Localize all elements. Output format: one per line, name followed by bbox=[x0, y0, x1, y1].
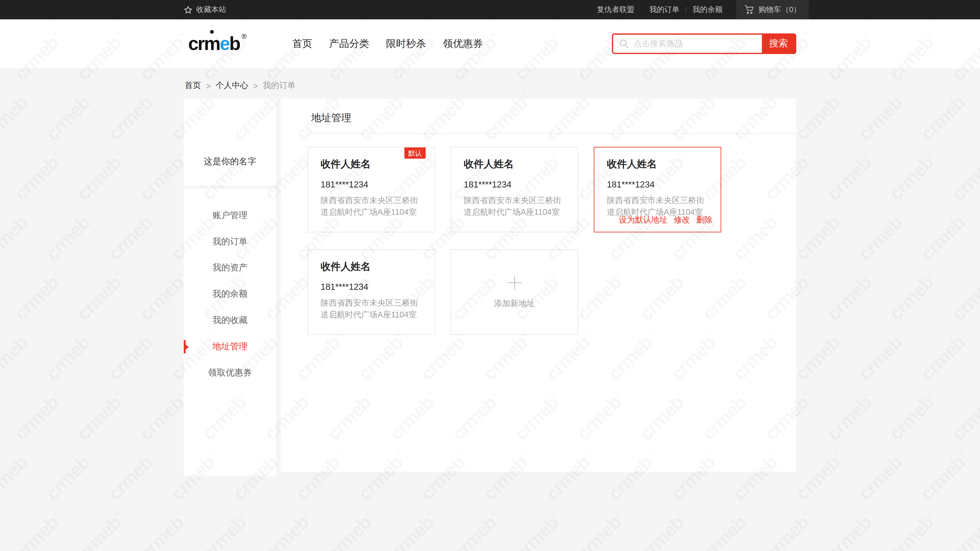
cart-icon bbox=[744, 5, 754, 14]
sidebar-item-account[interactable]: 账户管理 bbox=[184, 202, 276, 229]
recipient-name: 收件人姓名 bbox=[464, 158, 566, 171]
recipient-name: 收件人姓名 bbox=[321, 260, 423, 273]
recipient-name: 收件人姓名 bbox=[607, 158, 710, 171]
nav-item-categories[interactable]: 产品分类 bbox=[329, 37, 369, 50]
address-card-grid: 默认 收件人姓名 181****1234 陕西省西安市未央区三桥街道启航时代广场… bbox=[281, 134, 796, 352]
breadcrumb-current: 我的订单 bbox=[263, 80, 295, 91]
recipient-address: 陕西省西安市未央区三桥街道启航时代广场A座1104室 bbox=[321, 297, 423, 321]
username-link[interactable]: 复仇者联盟 bbox=[597, 4, 635, 15]
cart-button[interactable]: 购物车（0） bbox=[736, 0, 809, 19]
logo-text-b: b bbox=[229, 35, 240, 53]
cart-label: 购物车 bbox=[759, 4, 781, 15]
sidebar-item-label: 领取优惠券 bbox=[208, 367, 252, 379]
my-orders-link[interactable]: 我的订单 bbox=[649, 4, 679, 15]
recipient-phone: 181****1234 bbox=[321, 179, 423, 189]
sidebar-item-label: 账户管理 bbox=[213, 210, 248, 221]
sidebar-item-balance[interactable]: 我的余额 bbox=[184, 281, 276, 307]
plus-icon bbox=[507, 275, 522, 289]
topbar-divider bbox=[686, 6, 686, 13]
star-icon bbox=[184, 5, 192, 14]
cart-count: （0） bbox=[782, 4, 801, 15]
sidebar-item-assets[interactable]: 我的资产 bbox=[184, 255, 276, 281]
sidebar-menu: 账户管理 我的订单 我的资产 我的余额 我的收藏 地址管理 领取优惠券 bbox=[184, 189, 276, 476]
breadcrumb-home[interactable]: 首页 bbox=[185, 80, 201, 91]
recipient-phone: 181****1234 bbox=[321, 282, 423, 292]
profile-card: 这是你的名字 bbox=[184, 99, 276, 186]
favorite-site-link[interactable]: 收藏本站 bbox=[184, 4, 226, 15]
site-logo[interactable]: crmeb® bbox=[188, 35, 245, 53]
nav-item-coupons[interactable]: 领优惠券 bbox=[443, 37, 483, 50]
address-card-default[interactable]: 默认 收件人姓名 181****1234 陕西省西安市未央区三桥街道启航时代广场… bbox=[307, 147, 435, 233]
address-card[interactable]: 收件人姓名 181****1234 陕西省西安市未央区三桥街道启航时代广场A座1… bbox=[307, 249, 435, 335]
my-balance-link[interactable]: 我的余额 bbox=[692, 4, 722, 15]
address-actions: 设为默认地址 修改 删除 bbox=[619, 214, 712, 225]
favorite-site-label: 收藏本站 bbox=[196, 4, 226, 15]
main-nav: 首页 产品分类 限时秒杀 领优惠券 bbox=[292, 37, 483, 50]
breadcrumb: 首页 > 个人中心 > 我的订单 bbox=[183, 68, 797, 91]
recipient-address: 陕西省西安市未央区三桥街道启航时代广场A座1104室 bbox=[321, 194, 423, 218]
recipient-name: 收件人姓名 bbox=[321, 158, 423, 171]
top-bar: 收藏本站 复仇者联盟 我的订单 我的余额 购物车（0） bbox=[0, 0, 980, 19]
site-header: crmeb® 首页 产品分类 限时秒杀 领优惠券 搜索 bbox=[0, 19, 980, 68]
search-icon bbox=[619, 39, 629, 48]
sidebar-item-get-coupons[interactable]: 领取优惠券 bbox=[184, 360, 276, 386]
active-indicator bbox=[184, 340, 186, 353]
search-button[interactable]: 搜索 bbox=[762, 35, 795, 53]
profile-username: 这是你的名字 bbox=[204, 156, 256, 167]
logo-text-m: m bbox=[204, 35, 220, 53]
sidebar-item-label: 地址管理 bbox=[213, 341, 248, 352]
sidebar-item-label: 我的订单 bbox=[213, 236, 248, 248]
user-avatar-large bbox=[216, 118, 245, 146]
delete-link[interactable]: 删除 bbox=[696, 214, 713, 225]
default-badge: 默认 bbox=[404, 148, 425, 159]
sidebar-item-address[interactable]: 地址管理 bbox=[184, 333, 276, 360]
sidebar-item-favorites[interactable]: 我的收藏 bbox=[184, 307, 276, 333]
address-management-panel: 地址管理 默认 收件人姓名 181****1234 陕西省西安市未央区三桥街道启… bbox=[281, 99, 796, 472]
sidebar-item-label: 我的余额 bbox=[213, 289, 248, 300]
recipient-phone: 181****1234 bbox=[464, 179, 566, 189]
sidebar-item-label: 我的收藏 bbox=[213, 315, 248, 326]
add-address-card[interactable]: 添加新地址 bbox=[451, 249, 578, 335]
set-default-link[interactable]: 设为默认地址 bbox=[619, 214, 667, 225]
nav-item-home[interactable]: 首页 bbox=[292, 37, 312, 50]
edit-link[interactable]: 修改 bbox=[674, 214, 690, 225]
recipient-phone: 181****1234 bbox=[607, 179, 710, 189]
page: 收藏本站 复仇者联盟 我的订单 我的余额 购物车（0） bbox=[0, 0, 980, 551]
logo-text-cr: cr bbox=[188, 35, 204, 53]
recipient-address: 陕西省西安市未央区三桥街道启航时代广场A座1104室 bbox=[464, 194, 566, 218]
address-card-selected[interactable]: 收件人姓名 181****1234 陕西省西安市未央区三桥街道启航时代广场A座1… bbox=[594, 147, 721, 233]
address-card[interactable]: 收件人姓名 181****1234 陕西省西安市未央区三桥街道启航时代广场A座1… bbox=[451, 147, 578, 233]
breadcrumb-user-center[interactable]: 个人中心 bbox=[216, 80, 248, 91]
add-address-label: 添加新地址 bbox=[494, 298, 535, 309]
search-input[interactable] bbox=[629, 34, 762, 53]
user-avatar-small[interactable] bbox=[581, 4, 593, 15]
search-box: 搜索 bbox=[612, 33, 796, 54]
sidebar-item-label: 我的资产 bbox=[213, 262, 248, 274]
sidebar: 这是你的名字 账户管理 我的订单 我的资产 我的余额 我的收藏 地址管理 领取优… bbox=[184, 99, 276, 476]
sidebar-item-orders[interactable]: 我的订单 bbox=[184, 229, 276, 255]
content-area: 这是你的名字 账户管理 我的订单 我的资产 我的余额 我的收藏 地址管理 领取优… bbox=[184, 99, 796, 476]
page-title: 地址管理 bbox=[281, 99, 796, 125]
breadcrumb-separator: > bbox=[253, 81, 258, 90]
nav-item-seckill[interactable]: 限时秒杀 bbox=[386, 37, 426, 50]
logo-text-e: e bbox=[220, 35, 229, 53]
logo-registered-mark: ® bbox=[242, 33, 247, 40]
breadcrumb-separator: > bbox=[206, 81, 211, 90]
